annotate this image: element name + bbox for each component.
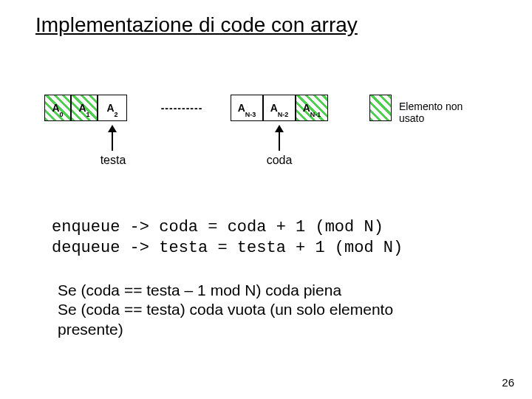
note-block: Se (coda == testa – 1 mod N) coda piena …: [58, 281, 393, 339]
cell-an1-A: A: [303, 102, 310, 114]
slide-title: Implementazione di code con array: [35, 13, 358, 37]
cell-an2-sub: N-2: [278, 111, 289, 118]
arrow-coda: [279, 126, 280, 151]
code-block: enqueue -> coda = coda + 1 (mod N) deque…: [52, 217, 403, 258]
code-line1: enqueue -> coda = coda + 1 (mod N): [52, 218, 383, 236]
cell-a0-sub: 0: [60, 111, 64, 118]
cell-a2-sub: 2: [115, 111, 118, 118]
note-line1: Se (coda == testa – 1 mod N) coda piena: [58, 281, 393, 300]
cell-a2: A2: [98, 95, 127, 121]
slide-root: Implementazione di code con array A0 A1 …: [0, 0, 532, 399]
legend-swatch: [369, 95, 392, 121]
array-diagram: A0 A1 A2 ---------- AN-3 AN-2 AN-1 Eleme…: [44, 95, 488, 183]
cell-an2: AN-2: [263, 95, 296, 121]
ellipsis: ----------: [145, 95, 219, 121]
cell-a1-sub: 1: [86, 111, 90, 118]
cell-an2-A: A: [270, 102, 278, 114]
cell-a1-A: A: [78, 102, 86, 114]
label-testa: testa: [95, 154, 132, 167]
note-line3: presente): [58, 320, 393, 339]
cell-a0-A: A: [52, 102, 59, 114]
note-line2: Se (coda == testa) coda vuota (un solo e…: [58, 300, 393, 319]
cell-a0: A0: [44, 95, 71, 121]
arrow-testa: [112, 126, 113, 151]
page-number: 26: [502, 376, 514, 389]
label-coda: coda: [263, 154, 296, 167]
cell-an3: AN-3: [231, 95, 263, 121]
cell-an3-A: A: [238, 102, 245, 114]
cell-a2-A: A: [106, 102, 114, 114]
cell-an1-sub: N-1: [310, 111, 321, 118]
cell-an1: AN-1: [296, 95, 328, 121]
code-line2: dequeue -> testa = testa + 1 (mod N): [52, 239, 403, 257]
cell-an3-sub: N-3: [245, 111, 256, 118]
cell-a1: A1: [71, 95, 98, 121]
legend-label: Elemento non usato: [399, 100, 488, 124]
